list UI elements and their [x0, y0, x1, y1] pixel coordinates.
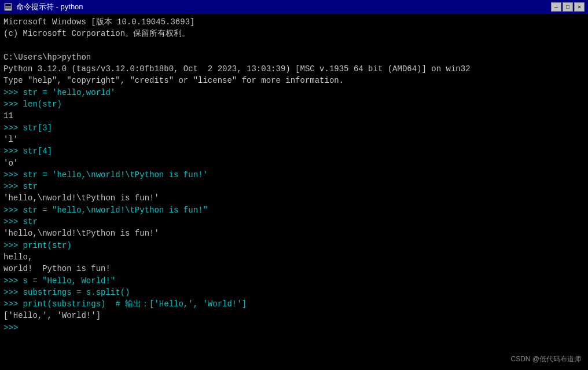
minimize-button[interactable]: — — [551, 2, 561, 12]
watermark: CSDN @低代码布道师 — [510, 354, 581, 364]
title-bar: 命令提示符 - python — □ ✕ — [0, 0, 588, 14]
title-bar-icon — [3, 2, 13, 12]
svg-rect-1 — [5, 4, 11, 6]
close-button[interactable]: ✕ — [574, 2, 585, 12]
maximize-button[interactable]: □ — [563, 2, 573, 12]
console-output: Microsoft Windows [版本 10.0.19045.3693] (… — [3, 16, 585, 334]
title-bar-buttons[interactable]: — □ ✕ — [551, 2, 585, 12]
title-bar-label: 命令提示符 - python — [16, 2, 547, 12]
console-area[interactable]: Microsoft Windows [版本 10.0.19045.3693] (… — [0, 14, 588, 370]
